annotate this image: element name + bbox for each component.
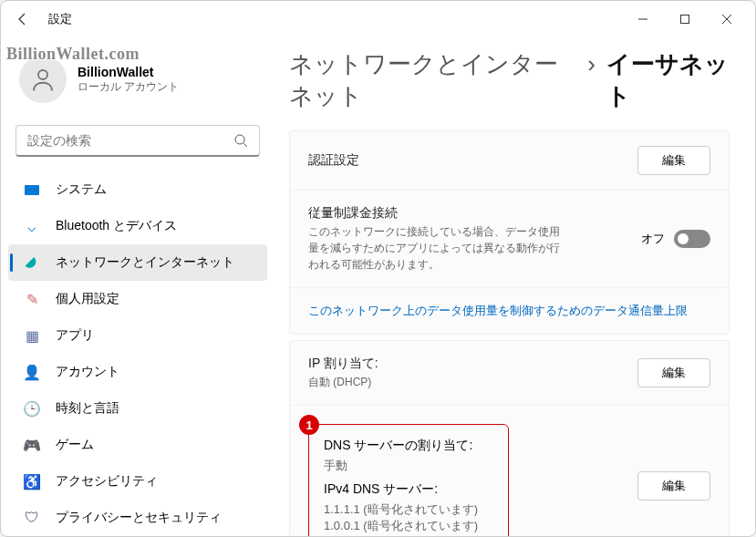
profile-name: BillionWallet: [78, 65, 179, 79]
brush-icon: ✎: [23, 290, 41, 308]
sidebar-item-apps[interactable]: ▦アプリ: [8, 317, 267, 354]
close-button[interactable]: [706, 5, 748, 34]
sidebar-item-label: アカウント: [56, 364, 119, 380]
maximize-button[interactable]: [664, 5, 706, 34]
row-ip: IP 割り当て: 自動 (DHCP) 編集: [290, 341, 729, 406]
ipv4-dns-title: IPv4 DNS サーバー:: [324, 481, 493, 498]
sidebar-item-label: プライバシーとセキュリティ: [56, 510, 222, 526]
person-icon: [29, 66, 57, 93]
sidebar-item-accessibility[interactable]: ♿アクセシビリティ: [8, 463, 267, 500]
search-icon: [233, 133, 248, 148]
minimize-button[interactable]: [622, 5, 664, 34]
sidebar-item-personalization[interactable]: ✎個人用設定: [8, 281, 267, 317]
ip-edit-button[interactable]: 編集: [637, 358, 710, 387]
main-panel: ネットワークとインターネット › イーサネット 認証設定 編集 従量制課金接続 …: [274, 37, 755, 536]
metered-sub: このネットワークに接続している場合、データ使用量を減らすためにアプリによっては異…: [308, 223, 564, 273]
apps-icon: ▦: [23, 326, 41, 345]
network-icon: ◗: [23, 253, 41, 272]
nav-list: システム ⌵Bluetooth とデバイス ◗ネットワークとインターネット ✎個…: [8, 171, 267, 536]
auth-edit-button[interactable]: 編集: [637, 146, 710, 175]
clock-icon: 🕒: [23, 399, 41, 418]
ip-title: IP 割り当て:: [308, 356, 637, 372]
chevron-right-icon: ›: [587, 50, 595, 78]
sidebar-item-gaming[interactable]: 🎮ゲーム: [8, 427, 267, 463]
minimize-icon: [638, 15, 647, 24]
sidebar-item-label: ゲーム: [56, 437, 94, 453]
ip-sub: 自動 (DHCP): [308, 374, 637, 390]
accounts-icon: 👤: [23, 363, 41, 381]
sidebar-item-time[interactable]: 🕒時刻と言語: [8, 390, 267, 427]
sidebar-item-accounts[interactable]: 👤アカウント: [8, 354, 267, 390]
sidebar-item-label: アクセシビリティ: [56, 473, 158, 490]
accessibility-icon: ♿: [23, 472, 41, 491]
shield-icon: 🛡: [23, 509, 41, 527]
metered-toggle[interactable]: [674, 230, 710, 248]
sidebar-item-privacy[interactable]: 🛡プライバシーとセキュリティ: [8, 500, 267, 536]
sidebar-item-label: 時刻と言語: [56, 400, 119, 417]
dns-assign-title: DNS サーバーの割り当て:: [324, 438, 493, 454]
gamepad-icon: 🎮: [23, 436, 41, 454]
avatar: [19, 56, 67, 103]
sidebar-item-label: ネットワークとインターネット: [56, 254, 234, 271]
dns-highlight: 1 DNS サーバーの割り当て: 手動 IPv4 DNS サーバー: 1.1.1…: [308, 424, 509, 536]
sidebar-item-label: 個人用設定: [56, 291, 119, 307]
svg-point-4: [38, 70, 47, 79]
dns-edit-button[interactable]: 編集: [637, 471, 710, 501]
dns-assign-sub: 手動: [324, 458, 493, 474]
search-input[interactable]: [27, 133, 233, 148]
profile-block[interactable]: BillionWallet.com BillionWallet ローカル アカウ…: [8, 48, 267, 110]
breadcrumb-parent[interactable]: ネットワークとインターネット: [289, 48, 576, 112]
breadcrumb: ネットワークとインターネット › イーサネット: [289, 48, 730, 112]
auth-title: 認証設定: [308, 152, 637, 169]
svg-line-6: [243, 143, 247, 147]
maximize-icon: [680, 15, 689, 24]
data-limit-link[interactable]: このネットワーク上のデータ使用量を制御するためのデータ通信量上限: [290, 288, 729, 334]
system-icon: [23, 181, 41, 199]
sidebar-item-system[interactable]: システム: [8, 171, 267, 208]
arrow-left-icon: [16, 12, 30, 26]
back-button[interactable]: [8, 5, 37, 34]
annotation-badge: 1: [299, 415, 319, 435]
svg-rect-1: [681, 15, 689, 24]
sidebar-item-label: Bluetooth とデバイス: [56, 218, 177, 234]
sidebar-item-network[interactable]: ◗ネットワークとインターネット: [8, 244, 267, 281]
search-box[interactable]: [16, 125, 260, 157]
breadcrumb-current: イーサネット: [606, 48, 730, 112]
sidebar-item-label: アプリ: [56, 327, 94, 344]
svg-point-5: [235, 135, 244, 144]
window-title: 設定: [48, 11, 72, 27]
metered-title: 従量制課金接続: [308, 205, 641, 222]
row-dns: 1 DNS サーバーの割り当て: 手動 IPv4 DNS サーバー: 1.1.1…: [290, 406, 729, 536]
row-metered: 従量制課金接続 このネットワークに接続している場合、データ使用量を減らすためにア…: [290, 191, 729, 288]
dns-server-2: 1.0.0.1 (暗号化されています): [324, 518, 493, 534]
dns-server-1: 1.1.1.1 (暗号化されています): [324, 501, 493, 518]
sidebar-item-label: システム: [56, 181, 107, 198]
sidebar-item-bluetooth[interactable]: ⌵Bluetooth とデバイス: [8, 208, 267, 244]
bluetooth-icon: ⌵: [23, 217, 41, 235]
profile-sub: ローカル アカウント: [78, 79, 179, 95]
close-icon: [722, 15, 731, 24]
metered-toggle-label: オフ: [641, 231, 665, 247]
row-auth: 認証設定 編集: [290, 131, 729, 191]
